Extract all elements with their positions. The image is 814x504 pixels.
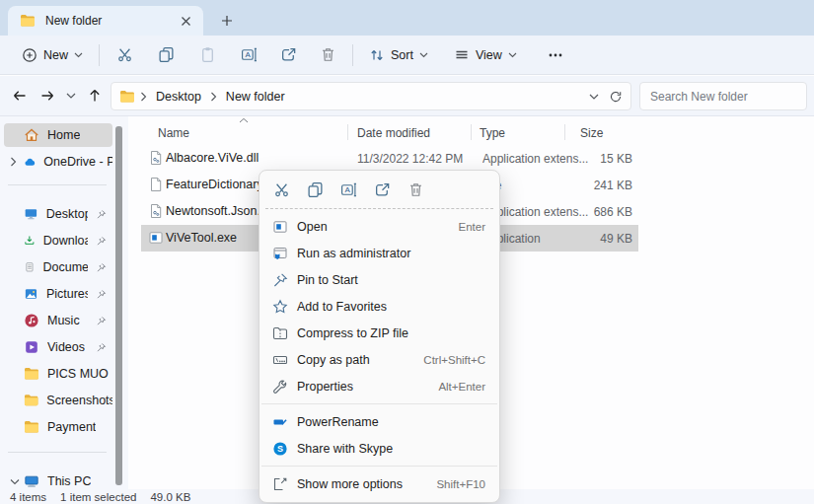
delete-button[interactable] <box>404 178 428 202</box>
sort-ascending-caret-icon <box>239 117 249 123</box>
address-bar[interactable]: Desktop New folder <box>111 82 631 110</box>
column-divider[interactable] <box>564 124 565 140</box>
sidebar-item-label: Screenshots <box>46 394 112 407</box>
breadcrumb-segment-desktop[interactable]: Desktop <box>152 90 205 104</box>
back-button[interactable] <box>6 82 34 109</box>
powerrename-icon <box>272 414 288 430</box>
column-divider[interactable] <box>347 124 348 140</box>
sidebar-item-payment[interactable]: Payment <box>4 415 112 439</box>
divider <box>8 184 107 185</box>
sidebar-item-onedrive[interactable]: OneDrive - Perso <box>4 150 112 174</box>
divider <box>261 403 497 404</box>
sidebar-item-label: Pictures <box>46 287 88 301</box>
menu-item-show-more-options[interactable]: Show more options Shift+F10 <box>259 470 499 497</box>
column-header-date-modified[interactable]: Date modified <box>357 122 430 144</box>
menu-item-powerrename[interactable]: PowerRename <box>259 408 499 435</box>
sidebar-item-pictures[interactable]: Pictures <box>4 282 112 306</box>
sidebar-item-label: Videos <box>47 340 85 354</box>
menu-item-properties[interactable]: Properties Alt+Enter <box>259 373 499 399</box>
rename-icon: A <box>340 181 357 198</box>
sidebar-scrollbar[interactable] <box>115 126 122 485</box>
cut-button[interactable] <box>108 39 141 71</box>
sidebar-item-desktop[interactable]: Desktop <box>4 202 112 226</box>
sort-icon <box>369 47 385 63</box>
tab-bar: New folder <box>0 0 814 36</box>
share-icon <box>280 46 297 63</box>
up-button[interactable] <box>81 82 109 109</box>
menu-item-copy-as-path[interactable]: Copy as path Ctrl+Shift+C <box>259 346 499 373</box>
menu-item-run-as-administrator[interactable]: Run as administrator <box>259 240 499 266</box>
tab-new-folder[interactable]: New folder <box>8 6 203 36</box>
breadcrumb-segment-new-folder[interactable]: New folder <box>222 90 289 104</box>
collapse-chevron-icon[interactable] <box>10 478 20 485</box>
refresh-icon[interactable] <box>609 90 623 104</box>
sidebar-item-documents[interactable]: Documents <box>4 255 112 279</box>
file-name: Albacore.ViVe.dll <box>166 151 259 165</box>
svg-text:S: S <box>277 444 283 454</box>
sort-button[interactable]: Sort <box>361 39 436 71</box>
column-divider[interactable] <box>471 124 472 140</box>
rename-button[interactable]: A <box>232 39 265 71</box>
divider <box>265 208 493 209</box>
view-button[interactable]: View <box>446 39 525 71</box>
copy-button[interactable] <box>149 39 183 71</box>
chevron-down-icon <box>508 52 517 58</box>
pin-icon <box>96 342 107 353</box>
column-header-size[interactable]: Size <box>580 122 603 144</box>
menu-item-open[interactable]: Open Enter <box>259 213 499 240</box>
menu-item-add-to-favorites[interactable]: Add to Favorites <box>259 293 499 320</box>
sidebar-item-label: Downloads <box>43 234 88 248</box>
sidebar-item-pics-muo[interactable]: PICS MUO <box>4 362 112 386</box>
file-name: ViVeTool.exe <box>166 231 237 245</box>
column-header-type[interactable]: Type <box>480 122 505 144</box>
search-box[interactable] <box>639 82 807 110</box>
forward-button[interactable] <box>34 82 61 109</box>
new-tab-button[interactable] <box>215 9 239 33</box>
share-button[interactable] <box>370 178 395 202</box>
paste-button[interactable] <box>190 39 224 71</box>
recent-locations-button[interactable] <box>61 82 81 109</box>
sidebar-item-screenshots[interactable]: Screenshots <box>4 389 112 412</box>
sidebar-item-label: PICS MUO <box>47 367 109 381</box>
sidebar-item-music[interactable]: Music <box>4 309 112 332</box>
copy-button[interactable] <box>303 178 328 202</box>
tab-close-icon[interactable] <box>176 11 195 31</box>
status-items-count: 4 items <box>10 491 46 503</box>
share-button[interactable] <box>271 39 305 71</box>
scissors-icon <box>273 181 290 198</box>
address-dropdown-icon[interactable] <box>589 94 599 100</box>
pin-icon <box>96 262 107 273</box>
toolbar-divider <box>352 44 353 66</box>
menu-item-compress-to-zip[interactable]: Compress to ZIP file <box>259 320 499 346</box>
sidebar-item-downloads[interactable]: Downloads <box>4 229 112 252</box>
context-menu-quick-actions: A <box>259 171 499 208</box>
videos-icon <box>24 339 39 355</box>
menu-item-label: Run as administrator <box>297 247 410 260</box>
column-header-name[interactable]: Name <box>158 122 189 144</box>
new-button[interactable]: New <box>14 39 91 71</box>
cut-button[interactable] <box>269 178 294 202</box>
rename-button[interactable]: A <box>336 178 361 202</box>
pin-icon <box>96 209 107 220</box>
folder-icon <box>119 89 135 105</box>
sidebar-item-videos[interactable]: Videos <box>4 335 112 359</box>
delete-button[interactable] <box>311 39 344 71</box>
share-icon <box>374 181 391 198</box>
menu-item-share-with-skype[interactable]: S Share with Skype <box>259 435 499 462</box>
sidebar-item-home[interactable]: Home <box>4 123 112 147</box>
pin-icon <box>96 236 107 247</box>
file-type: Application <box>482 232 601 246</box>
onedrive-cloud-icon <box>24 154 36 171</box>
folder-icon <box>24 366 39 382</box>
expand-chevron-icon[interactable] <box>10 157 17 167</box>
see-more-button[interactable] <box>539 39 572 71</box>
file-type: File <box>482 179 601 192</box>
explorer-window: New folder New A Sort View <box>0 0 814 504</box>
file-row-albacore-vive-dll[interactable]: Albacore.ViVe.dll 11/3/2022 12:42 PM App… <box>141 145 638 172</box>
menu-item-pin-to-start[interactable]: Pin to Start <box>259 266 499 293</box>
search-input[interactable] <box>650 90 796 104</box>
chevron-down-icon <box>419 52 428 58</box>
documents-icon <box>24 259 36 275</box>
menu-item-label: Properties <box>297 380 353 394</box>
sidebar-item-label: Documents <box>43 260 88 274</box>
